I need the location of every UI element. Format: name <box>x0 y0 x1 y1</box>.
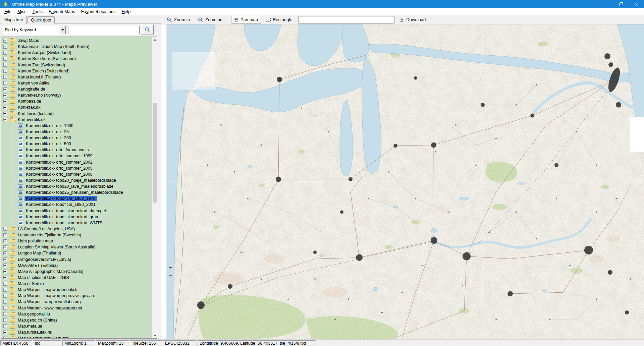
tree-item-label[interactable]: Kortoverblik.dk- topo4cm_1953_1976 <box>25 196 97 201</box>
tree-item-label[interactable]: Kanton Aargau (Switzerland) <box>17 50 72 55</box>
tree-item-label[interactable]: Kortoverblik.dk- topo25_preussen_maalebo… <box>25 190 124 195</box>
tree-subitem[interactable]: Kortoverblik.dk- orto_sommer_2005 <box>1 165 152 171</box>
expand-icon[interactable]: + <box>3 57 7 61</box>
tree-subitem[interactable]: Kortoverblik.dk- topo25_preussen_maalebo… <box>1 189 152 195</box>
expand-icon[interactable]: + <box>3 112 7 115</box>
tree-item-label[interactable]: Kortoverblik.dk- topo_skaermkort_WMTS <box>25 221 104 225</box>
tree-item[interactable]: +Lantmateriets Fjallkarta (Swedish) <box>1 232 152 238</box>
tree-subitem[interactable]: Kortoverblik.dk- orto_sommer_2002 <box>1 159 152 165</box>
zoom-out-button[interactable]: Zoom out <box>195 16 227 24</box>
tree-item[interactable]: +Kartverket.no (Norway) <box>1 92 152 98</box>
expand-icon[interactable]: + <box>3 69 7 73</box>
menu-item-help[interactable]: Help <box>118 8 133 15</box>
tree-item-label[interactable]: Karten von Attika <box>17 81 51 85</box>
tree-item-label[interactable]: Kanton Zug (Switzerland) <box>17 63 66 67</box>
tree-item-label[interactable]: Kortoverblik.dk- topo_skaermkort_graa <box>25 215 99 219</box>
expand-icon[interactable]: + <box>3 270 7 273</box>
find-mode-dropdown[interactable]: Find by Keyword <box>3 26 66 34</box>
tree-item-label[interactable]: Map.meta.ua <box>17 324 43 329</box>
tree-item-label[interactable]: Kortoverblik.dk- dtk_1000 <box>25 123 74 128</box>
tree-item-label[interactable]: Kortoverblik.dk- dtk_250 <box>25 135 72 140</box>
expand-icon[interactable]: + <box>3 39 7 43</box>
tree-item-label[interactable]: Longdo Map (Thailand) <box>17 251 62 255</box>
map-preview[interactable] <box>161 24 644 339</box>
tree-item[interactable]: +Map.geoq.cn (China) <box>1 317 152 323</box>
close-button[interactable] <box>629 0 644 8</box>
tree-item[interactable]: +Map of cities of UAE - 2GIS <box>1 275 152 281</box>
menu-item-favoritelocations[interactable]: FavoriteLocations <box>78 8 119 15</box>
tree-subitem[interactable]: Kortoverblik.dk- orto_sommer_1999 <box>1 153 152 159</box>
tree-item-label[interactable]: Map Warper - warper.wmflabs.org <box>17 299 82 304</box>
tree-item[interactable]: +Kanton Zug (Switzerland) <box>1 62 152 68</box>
tree-item[interactable]: +LA County (Los Angeles, USA) <box>1 226 152 232</box>
tree-item[interactable]: −Kortoverblik.dk <box>1 117 152 123</box>
expand-icon[interactable]: + <box>3 337 7 338</box>
expand-icon[interactable]: + <box>3 288 7 292</box>
tree-item-label[interactable]: Kortoverblik.dk- dtk_500 <box>25 141 72 146</box>
expand-icon[interactable]: + <box>3 300 7 304</box>
tree-item[interactable]: +Light pollution map <box>1 238 152 244</box>
expand-icon[interactable]: + <box>3 233 7 237</box>
expand-icon[interactable]: + <box>3 63 7 67</box>
expand-icon[interactable]: + <box>3 94 7 97</box>
tree-subitem[interactable]: Kortoverblik.dk- dtk_500 <box>1 141 152 147</box>
tree-item-label[interactable]: Kortoverblik.dk- dtk_25 <box>25 129 70 134</box>
tree-scrollbar[interactable] <box>152 37 157 338</box>
tree-item-label[interactable]: MAA-AMET (Estonia) <box>17 263 59 268</box>
tree-item-label[interactable]: Kartverket.no (Norway) <box>17 93 62 98</box>
expand-icon[interactable]: + <box>3 245 7 249</box>
rectangle-button[interactable]: Rectangle <box>263 16 296 23</box>
expand-icon[interactable]: + <box>3 88 7 91</box>
tree-item[interactable]: +Map.turistautak.hu <box>1 329 152 335</box>
tree-item-label[interactable]: Map of cities of UAE - 2GIS <box>17 275 70 280</box>
tree-item-label[interactable]: Kanton Zurich (Switzerland) <box>17 69 70 73</box>
expand-icon[interactable]: + <box>3 81 7 85</box>
tree-subitem[interactable]: Kortoverblik.dk- dtk_250 <box>1 135 152 141</box>
tree-item-label[interactable]: Lantmateriets Fjallkarta (Swedish) <box>17 233 82 237</box>
tree-subitem[interactable]: Kortoverblik.dk- topo20_hoeje_maalebords… <box>1 177 152 183</box>
expand-icon[interactable]: + <box>3 45 7 49</box>
tree-item-label[interactable]: Map.valentim.org (Portugal) <box>17 336 70 338</box>
tree-subitem[interactable]: Kortoverblik.dk- orto_foraar_wmts <box>1 147 152 153</box>
tree-item[interactable]: +Make A Topographic Map (Canada) <box>1 269 152 275</box>
menu-item-tools[interactable]: Tools <box>30 8 46 15</box>
tree-item-label[interactable]: Kortoverblik.dk- topo20_lave_maalebordsb… <box>25 184 114 189</box>
tree-item-label[interactable]: Map.geoportail.lu <box>17 312 51 316</box>
expand-icon[interactable]: + <box>3 106 7 109</box>
tree-item-label[interactable]: Map Warper - mapwarper.onki.fi <box>17 287 78 292</box>
tree-item-label[interactable]: LA County (Los Angeles, USA) <box>17 227 76 231</box>
tree-item[interactable]: +MAA-AMET (Estonia) <box>1 263 152 269</box>
tree-item-label[interactable]: Kortoverblik.dk- orto_sommer_2008 <box>25 172 94 177</box>
tree-item-label[interactable]: Kortoverblik.dk- orto_sommer_2002 <box>25 160 94 165</box>
tree-item-label[interactable]: Kortoverblik.dk- topo_skaermkort_daempet <box>25 209 107 213</box>
tree-item-label[interactable]: Kort.lmi.is (Iceland) <box>17 111 55 116</box>
tree-item[interactable]: +Lvmgeoserver.lvm.lv (Latvia) <box>1 256 152 263</box>
tree-item-label[interactable]: Jawg Maps <box>17 38 40 43</box>
tree-item-label[interactable]: Kortoverblik.dk- topo4cm_1980_2001 <box>25 202 97 207</box>
tree-item[interactable]: +Kort-krak.dk <box>1 104 152 110</box>
expand-icon[interactable]: + <box>3 331 7 334</box>
expand-icon[interactable]: + <box>3 100 7 103</box>
menu-item-favoritemaps[interactable]: FavoriteMaps <box>46 8 78 15</box>
search-button[interactable] <box>141 25 154 35</box>
tree-item-label[interactable]: Location SA Map Viewer (South Australia) <box>17 245 97 249</box>
menu-item-file[interactable]: File <box>1 8 14 15</box>
tree-item[interactable]: +Map Warper - www.mapwarper.net <box>1 305 152 311</box>
pan-map-button[interactable]: Pan map <box>231 16 261 23</box>
scroll-down-icon[interactable] <box>152 333 157 338</box>
tree-item[interactable]: +Longdo Map (Thailand) <box>1 250 152 256</box>
scrollbar-thumb[interactable] <box>153 103 157 203</box>
tree-item[interactable]: +Kanton Solothurn (Switzerland) <box>1 56 152 62</box>
tree-item[interactable]: +Kort.lmi.is (Iceland) <box>1 111 152 117</box>
tree-item[interactable]: +Kompass.de <box>1 98 152 104</box>
tree-item[interactable]: +Map Warper - mapwarper.prov.vic.gov.au <box>1 293 152 299</box>
tree-subitem[interactable]: Kortoverblik.dk- topo4cm_1953_1976 <box>1 195 152 201</box>
tree-item-label[interactable]: Kortoverblik.dk <box>17 117 47 122</box>
expand-icon[interactable]: + <box>3 257 7 261</box>
tree-subitem[interactable]: Kortoverblik.dk- topo4cm_1980_2001 <box>1 201 152 208</box>
tree-item-label[interactable]: Kortoverblik.dk- orto_sommer_2005 <box>25 166 94 171</box>
tree-item[interactable]: +Map.meta.ua <box>1 323 152 329</box>
tree-item[interactable]: +Kartat.kapsi.fi (Finland) <box>1 74 152 80</box>
tree-item-label[interactable]: Kartogiraffe.de <box>17 87 46 92</box>
tree-item[interactable]: +Location SA Map Viewer (South Australia… <box>1 244 152 250</box>
